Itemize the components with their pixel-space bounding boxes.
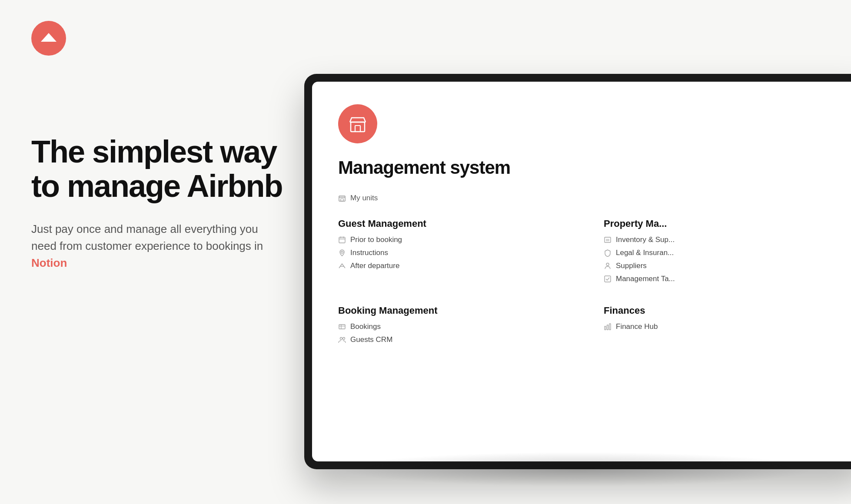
svg-rect-22 — [607, 325, 608, 330]
bookings-icon — [338, 323, 346, 331]
departure-icon — [338, 262, 346, 270]
svg-rect-16 — [339, 325, 345, 329]
list-item: After departure — [338, 262, 569, 270]
mockup-screen: Management system My units Guest Managem… — [312, 82, 851, 461]
mockup-frame: Management system My units Guest Managem… — [304, 74, 851, 469]
finances-title: Finances — [604, 305, 834, 316]
checkbox-icon — [604, 275, 612, 283]
store-icon — [348, 114, 367, 133]
building-icon — [338, 194, 346, 202]
logo-container — [31, 21, 66, 56]
guest-management-title: Guest Management — [338, 218, 569, 229]
my-units-label: My units — [350, 194, 378, 202]
logo-circle — [31, 21, 66, 56]
svg-rect-1 — [355, 126, 360, 132]
location-icon — [338, 249, 346, 257]
svg-rect-5 — [339, 237, 345, 243]
list-item: Finance Hub — [604, 322, 834, 331]
finance-hub-icon — [604, 323, 612, 331]
screen-content: Management system My units Guest Managem… — [312, 82, 851, 461]
list-item: Bookings — [338, 322, 569, 331]
list-item: Legal & Insuran... — [604, 249, 834, 257]
booking-management-section: Booking Management Bookings — [338, 305, 569, 348]
svg-rect-11 — [605, 237, 611, 242]
list-item: Instructions — [338, 249, 569, 257]
tablet-shadow — [339, 452, 816, 487]
booking-management-title: Booking Management — [338, 305, 569, 316]
finances-section: Finances Finance Hub — [604, 305, 834, 348]
subtext-before: Just pay once and manage all everything … — [31, 222, 263, 252]
svg-point-20 — [343, 338, 345, 340]
my-units-row: My units — [338, 194, 834, 202]
sections-grid: Guest Management Prior to booking — [338, 218, 834, 348]
notion-highlight: Notion — [31, 256, 67, 269]
person-icon — [604, 262, 612, 270]
mockup-container: Management system My units Guest Managem… — [304, 74, 851, 469]
crm-icon — [338, 336, 346, 344]
list-item: Prior to booking — [338, 235, 569, 244]
svg-rect-0 — [351, 122, 365, 132]
property-management-title: Property Ma... — [604, 218, 834, 229]
app-title: Management system — [338, 157, 834, 178]
inventory-icon — [604, 236, 612, 244]
svg-rect-4 — [341, 199, 343, 201]
property-management-section: Property Ma... Inventory & Sup... — [604, 218, 834, 288]
list-item: Guests CRM — [338, 335, 569, 344]
calendar-icon — [338, 236, 346, 244]
hero-subtext: Just pay once and manage all everything … — [31, 221, 283, 272]
hero-content: The simplest way to manage Airbnb Just p… — [31, 135, 283, 272]
svg-rect-23 — [609, 324, 611, 330]
list-item: Inventory & Sup... — [604, 235, 834, 244]
finance-hub-label: Finance Hub — [616, 322, 658, 331]
list-item: Suppliers — [604, 262, 834, 270]
svg-point-9 — [341, 251, 343, 253]
shield-icon — [604, 249, 612, 257]
store-icon-circle — [338, 104, 377, 143]
logo-chevron-icon — [41, 33, 57, 42]
svg-rect-21 — [605, 326, 606, 330]
guest-management-section: Guest Management Prior to booking — [338, 218, 569, 288]
svg-rect-15 — [605, 276, 611, 282]
svg-point-14 — [606, 263, 609, 266]
svg-point-19 — [340, 338, 342, 340]
list-item: Management Ta... — [604, 275, 834, 283]
hero-headline: The simplest way to manage Airbnb — [31, 135, 283, 203]
